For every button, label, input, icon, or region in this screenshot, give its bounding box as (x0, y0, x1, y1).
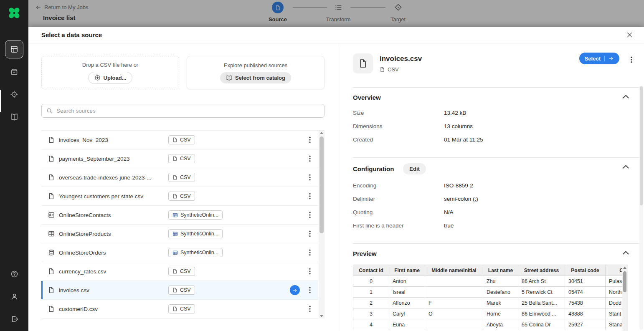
preview-cell: Stana (606, 319, 623, 330)
collapse-chevron-icon[interactable] (623, 165, 629, 169)
source-list-item[interactable]: payments_September_2023 CSV (41, 149, 318, 168)
search-sources-input[interactable] (56, 108, 319, 114)
source-list-item[interactable]: currency_rates.csv CSV (41, 262, 318, 281)
details-pane-scrollbar[interactable] (639, 86, 643, 330)
collapse-chevron-icon[interactable] (623, 251, 629, 255)
kebab-menu-icon[interactable] (308, 211, 312, 219)
preview-cell: Dodd (606, 298, 623, 308)
scrollbar-thumb[interactable] (623, 271, 626, 292)
contacts-table-icon (48, 212, 55, 218)
kebab-menu-icon[interactable] (308, 192, 312, 200)
sources-list-scrollbar[interactable] (319, 131, 325, 318)
file-icon (48, 136, 55, 143)
section-divider (353, 157, 639, 158)
sources-list: invoices_Nov_2023 CSV payments_September… (41, 130, 325, 318)
configuration-section-header: Configuration Edit (353, 163, 639, 174)
preview-cell: Euna (389, 319, 425, 330)
preview-cell: Zhu (483, 276, 518, 287)
source-name: invoices.csv (59, 287, 89, 293)
badge-label: CSV (180, 268, 191, 274)
account-button[interactable] (5, 287, 23, 306)
csv-file-icon (380, 67, 385, 72)
source-list-item[interactable]: overseas-trade-indexes-june-2023-... CSV (41, 168, 318, 187)
preview-cell: O (425, 308, 483, 319)
source-list-item[interactable]: OnlineStoreProducts SyntheticOnlin... (41, 225, 318, 243)
close-icon[interactable] (626, 31, 633, 38)
preview-cell: 25 Bella Sant... (518, 298, 565, 308)
source-list-item[interactable]: invoices.csv CSV (41, 281, 318, 300)
person-icon (10, 293, 18, 301)
preview-table-scrollbar[interactable] (622, 265, 628, 331)
app-sidebar (0, 0, 28, 331)
preview-row: 3CarylOHorne86 Elmwood ...48888Stant (353, 308, 623, 319)
source-picker-pane: Drop a CSV file here or Upload... Explor… (28, 43, 339, 331)
source-list-item[interactable]: customerID.csv CSV (41, 300, 318, 318)
edit-configuration-button[interactable]: Edit (403, 163, 426, 174)
kebab-menu-icon[interactable] (308, 136, 312, 144)
sidebar-item-catalog[interactable] (5, 108, 23, 126)
search-icon (46, 108, 53, 114)
sidebar-item-projects[interactable] (5, 63, 23, 81)
preview-cell: 4 (353, 319, 389, 330)
kebab-menu-icon[interactable] (308, 286, 312, 294)
open-source-arrow-button[interactable] (290, 285, 300, 295)
source-list-item[interactable]: OnlineStoreOrders SyntheticOnlin... (41, 243, 318, 262)
sidebar-item-targets[interactable] (5, 85, 23, 104)
collapse-chevron-icon[interactable] (623, 95, 629, 99)
scroll-up-arrow-icon[interactable] (320, 132, 323, 134)
preview-cell: Abeyta (483, 319, 518, 330)
kebab-menu-icon[interactable] (308, 267, 312, 275)
kebab-menu-icon[interactable] (308, 154, 312, 163)
detail-row: Created01 Mar at 11:25 (353, 133, 644, 146)
source-list-item[interactable]: OnlineStoreContacts SyntheticOnlin... (41, 206, 318, 225)
overview-title: Overview (353, 94, 381, 101)
sidebar-bottom-nav (0, 265, 28, 328)
badge-label: CSV (180, 156, 191, 162)
modal-dim-overlay (28, 0, 644, 27)
preview-cell: Caryl (389, 308, 425, 319)
detail-row: Dimensions13 columns (353, 119, 644, 133)
sidebar-item-datasets[interactable] (5, 40, 23, 58)
file-type-icon (353, 53, 373, 73)
source-name: currency_rates.csv (59, 268, 106, 275)
badge-label: CSV (180, 287, 191, 293)
help-button[interactable] (5, 265, 23, 283)
source-list-item[interactable]: invoices_Nov_2023 CSV (41, 131, 318, 149)
source-name: OnlineStoreContacts (59, 212, 111, 218)
kebab-menu-icon[interactable] (308, 173, 312, 182)
scroll-up-arrow-icon[interactable] (623, 267, 626, 269)
upload-button[interactable]: Upload... (88, 72, 133, 84)
logout-button[interactable] (5, 310, 23, 328)
kebab-menu-icon[interactable] (308, 230, 312, 238)
preview-row: 0AntonZhu86 Arch St30451Pulas (353, 276, 623, 287)
scrollbar-thumb[interactable] (319, 136, 324, 233)
detail-label: Dimensions (353, 123, 444, 129)
detail-label: Size (353, 110, 444, 116)
kebab-menu-icon[interactable] (308, 248, 312, 257)
preview-column-header: Middle name/initial (425, 265, 483, 276)
detail-label: Delimiter (353, 196, 444, 202)
app-logo[interactable] (0, 6, 28, 20)
catalog-card-text: Explore published sources (224, 62, 287, 68)
file-icon (48, 193, 55, 200)
select-source-button[interactable]: Select (579, 53, 619, 64)
scroll-down-arrow-icon[interactable] (320, 315, 323, 317)
preview-cell: 2 (353, 298, 389, 308)
preview-cell (425, 319, 483, 330)
detail-label: Created (353, 136, 444, 143)
detail-value: 13 columns (444, 123, 473, 129)
detail-row: EncodingISO-8859-2 (353, 179, 644, 192)
badge-label: CSV (180, 306, 191, 312)
preview-cell: F (425, 298, 483, 308)
table-grid-icon (10, 45, 18, 53)
csv-dropzone[interactable]: Drop a CSV file here or Upload... (41, 56, 179, 89)
source-type-badge: SyntheticOnlin... (168, 248, 223, 257)
scrollbar-thumb[interactable] (640, 86, 643, 205)
search-sources-box[interactable] (41, 104, 325, 118)
preview-column-header: Postal code (565, 265, 606, 276)
kebab-menu-icon[interactable] (308, 305, 312, 313)
details-kebab-menu-icon[interactable] (629, 55, 634, 64)
detail-label: Quoting (353, 209, 444, 215)
select-from-catalog-button[interactable]: Select from catalog (220, 72, 291, 83)
source-list-item[interactable]: Youngest customers per state.csv CSV (41, 187, 318, 206)
